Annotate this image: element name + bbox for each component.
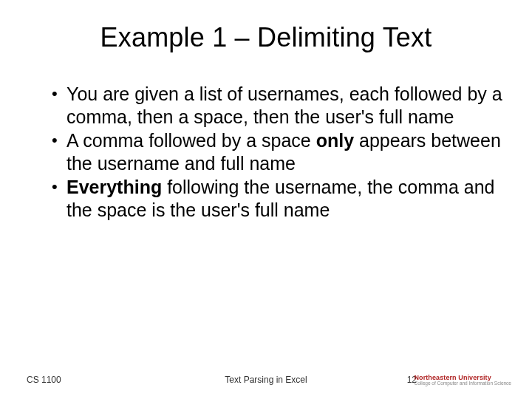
slide-body: • You are given a list of usernames, eac…	[30, 83, 502, 221]
bullet-item: • Everything following the username, the…	[52, 176, 502, 221]
slide-title: Example 1 – Delimiting Text	[30, 22, 502, 53]
slide: Example 1 – Delimiting Text • You are gi…	[0, 0, 532, 399]
bullet-text: Everything following the username, the c…	[66, 176, 502, 221]
bullet-item: • A comma followed by a space only appea…	[52, 129, 502, 174]
bullet-text-bold: Everything	[66, 177, 162, 197]
bullet-dot-icon: •	[52, 83, 66, 105]
footer-logo-line2: College of Computer and Information Scie…	[414, 381, 511, 386]
bullet-text-pre: You are given a list of usernames, each …	[66, 83, 502, 127]
bullet-item: • You are given a list of usernames, eac…	[52, 83, 502, 128]
bullet-dot-icon: •	[52, 176, 66, 198]
bullet-text-bold: only	[316, 130, 354, 151]
bullet-text-pre: A comma followed by a space	[66, 130, 316, 151]
footer-logo: Northeastern University College of Compu…	[414, 374, 511, 386]
bullet-text: A comma followed by a space only appears…	[66, 129, 502, 174]
bullet-dot-icon: •	[52, 129, 66, 151]
footer-course-code: CS 1100	[27, 375, 61, 385]
slide-footer: CS 1100 Text Parsing in Excel 12 Northea…	[0, 371, 532, 389]
bullet-text: You are given a list of usernames, each …	[66, 83, 502, 128]
